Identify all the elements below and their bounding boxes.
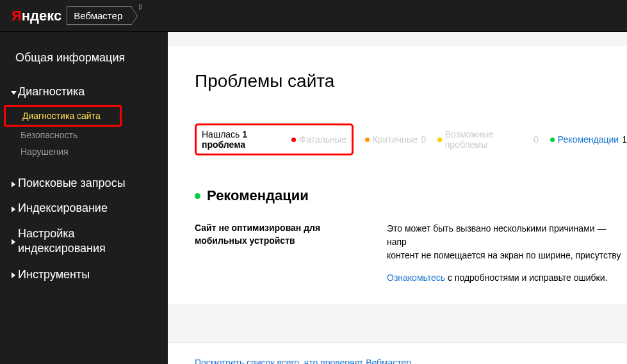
logo[interactable]: Яндекс <box>12 8 61 24</box>
sidebar-section-indexing: Индексирование <box>4 202 168 221</box>
filter-highlight-box: Нашлась 1 проблема Фатальные <box>195 123 354 155</box>
section-recommendations: Рекомендации Сайт не оптимизирован для м… <box>195 187 627 285</box>
sidebar-item-tools[interactable]: Инструменты <box>4 268 168 288</box>
sidebar-item-general[interactable]: Общая информация <box>4 51 168 71</box>
sidebar-section-general: Общая информация <box>4 51 168 71</box>
sidebar-section-diagnostics: Диагностика Диагностика сайта Безопаснос… <box>4 85 168 160</box>
issue-title: Сайт не оптимизирован для мобильных устр… <box>195 222 361 247</box>
sidebar-item-search-queries[interactable]: Поисковые запросы <box>4 177 168 196</box>
filter-possible-count: 0 <box>533 134 539 145</box>
section-title: Рекомендации <box>207 187 309 204</box>
learn-more-link[interactable]: Ознакомьтесь <box>387 273 445 283</box>
dot-orange-icon <box>365 138 370 142</box>
filter-critical[interactable]: Критичные 0 <box>365 134 427 145</box>
filter-fatal-label: Фатальные <box>299 134 346 145</box>
sidebar-section-search: Поисковые запросы <box>4 177 168 196</box>
main: Проблемы сайта Нашлась 1 проблема Фаталь… <box>168 32 627 364</box>
filter-critical-label: Критичные <box>373 134 418 145</box>
sidebar-section-indexing-settings: Настройка индексирования <box>4 226 168 263</box>
logo-rest: ндекс <box>22 8 61 24</box>
sidebar-item-security[interactable]: Безопасность <box>4 127 168 143</box>
filter-bar: Нашлась 1 проблема Фатальные Критичные 0… <box>195 123 627 155</box>
header: Яндекс Вебмастер β <box>0 0 627 32</box>
filter-recommendations[interactable]: Рекомендации 1 <box>550 134 627 145</box>
service-name[interactable]: Вебмастер <box>67 6 132 25</box>
sidebar-section-tools: Инструменты <box>4 268 168 288</box>
sidebar: Общая информация Диагностика Диагностика… <box>0 32 168 364</box>
page-title: Проблемы сайта <box>195 71 627 91</box>
filter-possible-label: Возможные проблемы <box>445 129 530 150</box>
filter-found-label: Нашлась <box>202 129 242 139</box>
dot-yellow-icon <box>437 138 441 142</box>
issue-description-col: Это может быть вызвано несколькими причи… <box>387 222 627 285</box>
filter-critical-count: 0 <box>421 134 427 145</box>
issue-link-line: Ознакомьтесь с подробностями и исправьте… <box>387 271 627 285</box>
content-card: Проблемы сайта Нашлась 1 проблема Фаталь… <box>168 45 627 304</box>
issue-description-line1: Это может быть вызвано несколькими причи… <box>387 222 627 249</box>
filter-fatal[interactable]: Фатальные <box>291 134 346 145</box>
section-header: Рекомендации <box>195 187 627 204</box>
issue-title-col: Сайт не оптимизирован для мобильных устр… <box>195 222 361 285</box>
footer-link-bar: Посмотреть список всего, что проверяет В… <box>168 342 627 364</box>
filter-possible[interactable]: Возможные проблемы 0 <box>437 129 538 150</box>
dot-green-icon <box>195 193 200 199</box>
sidebar-item-indexing-settings[interactable]: Настройка индексирования <box>4 226 168 263</box>
view-all-checks-link[interactable]: Посмотреть список всего, что проверяет В… <box>195 358 411 364</box>
sidebar-item-diagnostics[interactable]: Диагностика <box>4 85 168 105</box>
issue-link-suffix: с подробностями и исправьте ошибки. <box>445 273 607 283</box>
container: Общая информация Диагностика Диагностика… <box>0 32 627 364</box>
dot-red-icon <box>291 138 296 142</box>
dot-green-icon <box>550 138 555 142</box>
sidebar-item-indexing[interactable]: Индексирование <box>4 202 168 221</box>
section-body: Сайт не оптимизирован для мобильных устр… <box>195 222 627 285</box>
filter-recommendations-count: 1 <box>622 134 627 145</box>
beta-badge: β <box>138 3 142 10</box>
sidebar-item-site-diagnostics[interactable]: Диагностика сайта <box>4 105 122 127</box>
filter-recommendations-label: Рекомендации <box>558 134 619 145</box>
sidebar-item-violations[interactable]: Нарушения <box>4 143 168 160</box>
issue-description-line2: контент не помещается на экран по ширине… <box>387 249 627 262</box>
filter-found: Нашлась 1 проблема <box>202 129 281 150</box>
logo-ya-letter: Я <box>12 8 22 24</box>
